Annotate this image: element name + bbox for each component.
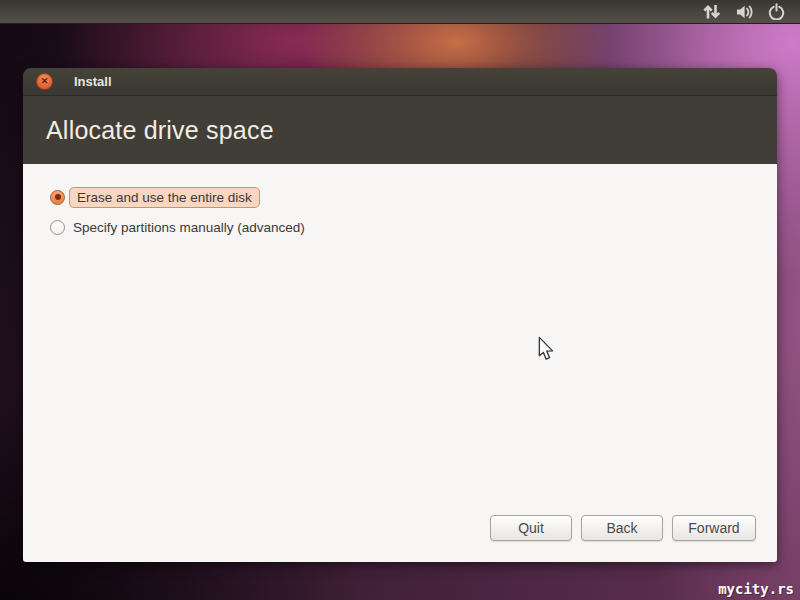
page-title: Allocate drive space [46, 116, 274, 145]
screen: ✕ Install Allocate drive space Erase and… [0, 0, 800, 600]
power-icon[interactable] [768, 3, 785, 20]
option-specify-partitions[interactable]: Specify partitions manually (advanced) [50, 212, 777, 242]
option-specify-partitions-label[interactable]: Specify partitions manually (advanced) [73, 218, 305, 237]
volume-icon[interactable] [735, 4, 755, 20]
back-button[interactable]: Back [581, 515, 663, 541]
option-erase-disk-label[interactable]: Erase and use the entire disk [69, 187, 260, 208]
install-window: ✕ Install Allocate drive space Erase and… [23, 68, 777, 562]
titlebar: ✕ Install [23, 68, 777, 96]
network-arrows-icon[interactable] [702, 3, 722, 20]
forward-button[interactable]: Forward [672, 515, 756, 541]
close-button[interactable]: ✕ [36, 73, 53, 90]
watermark: mycity.rs [718, 581, 794, 597]
window-title: Install [74, 74, 112, 89]
radio-unselected-icon[interactable] [50, 220, 65, 235]
radio-dot [55, 194, 61, 200]
quit-button[interactable]: Quit [490, 515, 572, 541]
window-content: Erase and use the entire disk Specify pa… [23, 164, 777, 562]
page-header: Allocate drive space [23, 96, 777, 164]
option-erase-disk[interactable]: Erase and use the entire disk [50, 182, 777, 212]
close-icon: ✕ [41, 77, 49, 86]
button-row: Quit Back Forward [490, 515, 756, 541]
top-panel [0, 0, 800, 24]
radio-selected-icon[interactable] [50, 190, 65, 205]
